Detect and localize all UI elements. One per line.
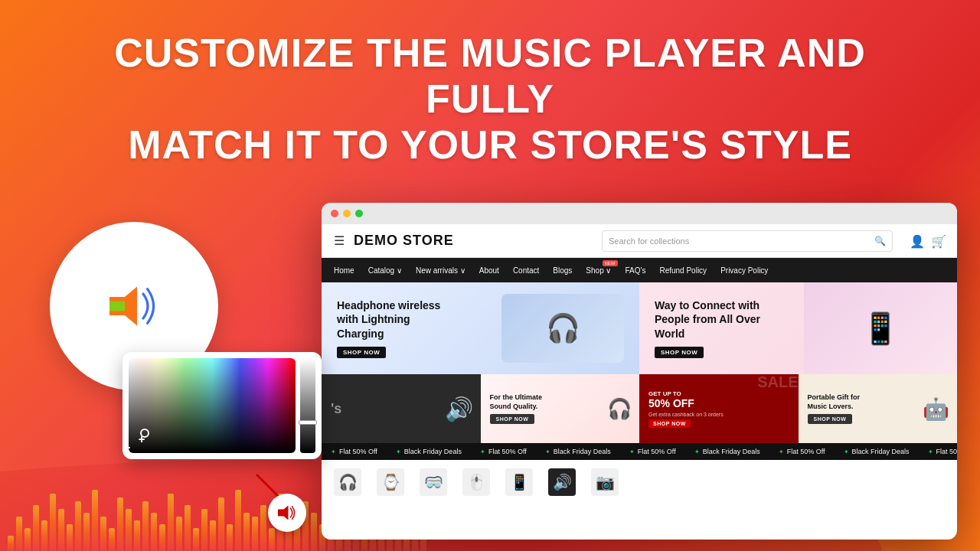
- store-logo: DEMO STORE: [354, 233, 454, 249]
- color-gradient-area[interactable]: +: [129, 358, 296, 453]
- eq-bar: [109, 528, 115, 551]
- ticker-item: ✦ Black Friday Deals: [536, 448, 620, 455]
- search-bar[interactable]: Search for collections 🔍: [602, 230, 893, 252]
- eq-bar: [269, 528, 275, 551]
- hero-section: Headphone wireless with Lightning Chargi…: [322, 282, 957, 374]
- ticker-item: ✦ Black Friday Deals: [835, 448, 919, 455]
- browser-close-dot[interactable]: [331, 210, 338, 217]
- eq-bar: [126, 509, 132, 551]
- browser-body: ☰ DEMO STORE Search for collections 🔍 👤 …: [322, 224, 957, 540]
- ticker-item: ✦ Black Friday Deals: [685, 448, 769, 455]
- thumb-earbuds[interactable]: 🎧: [334, 468, 361, 496]
- eq-bar: [75, 501, 81, 551]
- header-icons: 👤 🛒: [910, 234, 945, 248]
- hero-right-shop-btn[interactable]: SHOP NOW: [655, 347, 704, 358]
- hero-right-title: Way to Connect with People from All Over…: [655, 298, 777, 341]
- eq-bar: [67, 524, 73, 551]
- search-icon[interactable]: 🔍: [874, 236, 886, 246]
- nav-privacy[interactable]: Privacy Policy: [720, 266, 768, 275]
- headline-line1: CUSTOMIZE THE MUSIC PLAYER AND FULLY: [46, 31, 934, 122]
- browser-minimize-dot[interactable]: [343, 210, 351, 217]
- thumb-phone[interactable]: 📱: [505, 468, 533, 496]
- thumb-vr[interactable]: 🥽: [420, 468, 447, 496]
- store-navigation: Home Catalog ∨ New arrivals ∨ About Cont…: [322, 258, 957, 282]
- shop-new-badge: NEW: [603, 260, 618, 266]
- search-placeholder: Search for collections: [609, 236, 689, 246]
- browser-window: ☰ DEMO STORE Search for collections 🔍 👤 …: [322, 203, 957, 540]
- ticker-item: ✦ Flat 50% Off: [620, 448, 685, 455]
- eq-bar: [24, 528, 31, 551]
- product3-label2: 50% OFF: [648, 397, 789, 409]
- eq-bar: [117, 497, 123, 551]
- product2-btn[interactable]: SHOP NOW: [490, 414, 535, 424]
- small-speaker-svg: [276, 504, 299, 522]
- product-card-1: 🔊 's: [322, 374, 481, 443]
- eq-bar: [227, 524, 233, 551]
- eq-bar: [260, 505, 266, 551]
- eq-bar: [151, 513, 157, 551]
- product-card-3: SALE GET UP TO 50% OFF Get extra cashbac…: [639, 374, 799, 443]
- thumb-camera[interactable]: 📷: [591, 468, 619, 496]
- eq-bar: [16, 517, 22, 551]
- hamburger-icon[interactable]: ☰: [334, 233, 345, 248]
- ticker-diamond: ✦: [331, 448, 336, 455]
- eq-bar: [159, 524, 165, 551]
- ticker-diamond: ✦: [779, 448, 784, 455]
- eq-bar: [41, 520, 47, 551]
- eq-bar: [311, 513, 317, 551]
- product-card-2: 🎧 For the Ultimate Sound Quality. SHOP N…: [481, 374, 640, 443]
- eq-bar: [252, 517, 258, 551]
- eq-bar: [176, 517, 182, 551]
- nav-home[interactable]: Home: [334, 266, 354, 275]
- ticker-diamond: ✦: [396, 448, 401, 455]
- eq-bar: [134, 520, 140, 551]
- thumb-speaker-black[interactable]: 🔊: [548, 468, 576, 496]
- main-headline: CUSTOMIZE THE MUSIC PLAYER AND FULLY MAT…: [0, 31, 980, 168]
- eq-bar: [92, 490, 98, 551]
- nav-blogs[interactable]: Blogs: [553, 266, 572, 275]
- headline-line2: MATCH IT TO YOUR STORE'S STYLE: [46, 122, 934, 168]
- thumb-mouse[interactable]: 🖱️: [462, 468, 490, 496]
- product3-btn[interactable]: SHOP NOW: [648, 419, 691, 428]
- ticker-bar: ✦ Flat 50% Off✦ Black Friday Deals✦ Flat…: [322, 443, 957, 460]
- color-picker-card[interactable]: +: [122, 352, 322, 459]
- nav-about[interactable]: About: [479, 266, 499, 275]
- eq-bar: [235, 490, 241, 551]
- nav-refund[interactable]: Refund Policy: [659, 266, 707, 275]
- nav-faqs[interactable]: FAQ's: [626, 266, 646, 275]
- ticker-diamond: ✦: [694, 448, 700, 455]
- hero-left-shop-btn[interactable]: SHOP NOW: [337, 347, 386, 358]
- cart-icon[interactable]: 🛒: [931, 234, 945, 248]
- browser-titlebar: [322, 203, 957, 224]
- ticker-diamond: ✦: [928, 448, 933, 455]
- ticker-diamond: ✦: [629, 448, 635, 455]
- products-section: 🔊 's 🎧 For the Ultimate Sound Quality. S…: [322, 374, 957, 443]
- eq-bar: [33, 505, 39, 551]
- hero-left-title: Headphone wireless with Lightning Chargi…: [337, 298, 459, 341]
- nav-new-arrivals[interactable]: New arrivals ∨: [416, 266, 466, 275]
- eq-bar: [142, 501, 149, 551]
- eq-bar: [100, 517, 106, 551]
- nav-contact[interactable]: Contact: [513, 266, 539, 275]
- eq-bar: [210, 520, 216, 551]
- color-brightness-strip[interactable]: [300, 358, 315, 453]
- hero-left: Headphone wireless with Lightning Chargi…: [322, 282, 639, 374]
- eq-bar: [168, 494, 174, 551]
- eq-bar: [185, 505, 191, 551]
- product3-label3: Get extra cashback on 3 orders: [648, 412, 789, 417]
- ticker-item: ✦ Black Friday Deals: [387, 448, 471, 455]
- eq-bar: [83, 513, 90, 551]
- user-icon[interactable]: 👤: [910, 234, 923, 248]
- eq-bar: [218, 497, 224, 551]
- ticker-item: ✦ Flat 50% Off: [471, 448, 536, 455]
- product4-btn[interactable]: SHOP NOW: [808, 414, 853, 424]
- color-crosshair: [140, 429, 149, 438]
- brightness-handle: [299, 420, 317, 425]
- thumb-watch[interactable]: ⌚: [377, 468, 404, 496]
- ticker-item: ✦ Flat 50% Off: [769, 448, 835, 455]
- svg-line-2: [256, 474, 279, 497]
- nav-catalog[interactable]: Catalog ∨: [368, 266, 402, 275]
- browser-maximize-dot[interactable]: [355, 210, 363, 217]
- nav-shop[interactable]: Shop ∨ NEW: [586, 266, 611, 275]
- product-card-4: 🤖 Portable Gift for Music Lovers. SHOP N…: [799, 374, 958, 443]
